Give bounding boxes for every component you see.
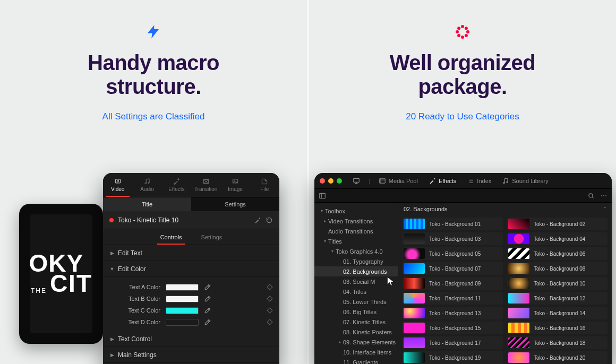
- more-icon[interactable]: [600, 192, 608, 200]
- asset-item[interactable]: Toko - Background 16: [507, 322, 608, 334]
- reset-icon[interactable]: [266, 216, 273, 224]
- tree-cat-6[interactable]: 07. Kinetic Titles: [314, 317, 398, 327]
- tree-label: Toolbox: [325, 208, 345, 214]
- asset-item[interactable]: Toko - Background 07: [403, 262, 503, 275]
- tab-transition[interactable]: Transition: [191, 173, 220, 197]
- chevron-right-icon: ▶: [109, 250, 115, 256]
- subtab-settings[interactable]: Settings: [201, 234, 223, 240]
- keyframe-icon[interactable]: [267, 307, 272, 313]
- keyframe-icon[interactable]: [267, 296, 272, 301]
- tree-toolbox[interactable]: ▾Toolbox: [314, 206, 398, 216]
- asset-item[interactable]: Toko - Background 19: [403, 351, 503, 364]
- eyedropper-icon[interactable]: [204, 295, 211, 302]
- svg-point-23: [605, 195, 606, 196]
- close-dot-icon[interactable]: [320, 178, 325, 184]
- asset-item[interactable]: Toko - Background 09: [403, 277, 503, 290]
- asset-thumbnail: [404, 337, 425, 348]
- asset-item[interactable]: Toko - Background 04: [507, 232, 608, 245]
- asset-name: Toko - Background 20: [534, 355, 585, 361]
- asset-name: Toko - Background 05: [429, 251, 481, 257]
- chevron-right-icon: ▶: [109, 352, 115, 358]
- tree-cat-0[interactable]: 01. Typography: [314, 256, 398, 266]
- asset-item[interactable]: Toko - Background 03: [403, 232, 503, 245]
- keyframe-icon[interactable]: [267, 284, 272, 290]
- eyedropper-icon[interactable]: [204, 318, 211, 326]
- svg-point-10: [466, 30, 469, 33]
- preview-frame: TOKY GO TO THE CIT: [19, 204, 103, 344]
- tab-effects[interactable]: Effects: [162, 173, 191, 197]
- sidebar-toggle-icon[interactable]: [319, 192, 326, 200]
- asset-item[interactable]: Toko - Background 15: [403, 322, 503, 334]
- tab-video[interactable]: Video: [103, 173, 132, 197]
- tree-audio-transitions[interactable]: Audio Transitions: [314, 226, 398, 236]
- seg-effects[interactable]: Effects: [426, 176, 458, 186]
- page-tab-title[interactable]: Title: [103, 197, 191, 211]
- asset-thumbnail: [404, 323, 425, 333]
- color-swatch[interactable]: [166, 284, 199, 291]
- seg-index-label: Index: [477, 178, 491, 184]
- tree-cat-2[interactable]: 03. Social M: [314, 276, 398, 287]
- asset-item[interactable]: Toko - Background 12: [507, 292, 608, 305]
- asset-item[interactable]: Toko - Background 05: [403, 247, 503, 260]
- section-text-control[interactable]: ▶ Text Control: [103, 331, 279, 347]
- asset-item[interactable]: Toko - Background 11: [403, 292, 503, 305]
- tree-cat-1[interactable]: 02. Backgrounds: [314, 266, 398, 276]
- zoom-dot-icon[interactable]: [337, 178, 342, 184]
- asset-item[interactable]: Toko - Background 17: [403, 336, 503, 349]
- section-edit-color[interactable]: ▼ Edit Color: [103, 261, 279, 277]
- color-swatch[interactable]: [166, 307, 199, 314]
- tab-image[interactable]: Image: [220, 173, 250, 197]
- search-icon[interactable]: [587, 192, 595, 200]
- asset-item[interactable]: Toko - Background 13: [403, 307, 503, 319]
- section-edit-text[interactable]: ▶ Edit Text: [103, 245, 279, 261]
- seg-index[interactable]: Index: [465, 176, 493, 186]
- window-controls[interactable]: [320, 178, 342, 184]
- tree-label: 03. Social M: [343, 279, 375, 285]
- asset-item[interactable]: Toko - Background 20: [507, 351, 608, 364]
- subtab-controls[interactable]: Controls: [160, 234, 182, 240]
- tree-cat-10[interactable]: 11. Gradients: [314, 357, 398, 364]
- tree-video-transitions[interactable]: ▸Video Transitions: [314, 216, 398, 226]
- tree-cat-8[interactable]: ▸09. Shape Elements: [314, 337, 398, 347]
- record-dot-icon: [109, 218, 114, 222]
- tab-file[interactable]: File: [250, 173, 279, 197]
- monitor-icon[interactable]: [350, 176, 362, 186]
- asset-item[interactable]: Toko - Background 18: [507, 336, 608, 349]
- asset-thumbnail: [404, 248, 425, 259]
- tree-cat-3[interactable]: 04. Titles: [314, 287, 398, 297]
- chevron-up-icon[interactable]: ˄: [604, 206, 606, 212]
- tree-titles[interactable]: ▾Titles: [314, 236, 398, 246]
- seg-sound-library-label: Sound Library: [512, 178, 549, 184]
- eyedropper-icon[interactable]: [204, 283, 211, 291]
- chevron-right-icon: ▸: [322, 219, 328, 223]
- tree-cat-7[interactable]: 08. Kinetic Posters: [314, 327, 398, 337]
- color-swatch[interactable]: [166, 296, 199, 302]
- asset-item[interactable]: Toko - Background 14: [507, 307, 608, 319]
- asset-item[interactable]: Toko - Background 06: [507, 247, 608, 260]
- page-tab-settings[interactable]: Settings: [191, 197, 279, 211]
- asset-item[interactable]: Toko - Background 01: [403, 218, 503, 230]
- tree-cat-5[interactable]: 06. Big Titles: [314, 307, 398, 317]
- asset-item[interactable]: Toko - Background 08: [507, 262, 608, 275]
- asset-thumbnail: [508, 263, 529, 274]
- asset-item[interactable]: Toko - Background 02: [507, 218, 608, 230]
- color-swatch[interactable]: [166, 319, 199, 326]
- minimize-dot-icon[interactable]: [328, 178, 333, 184]
- seg-sound-library[interactable]: Sound Library: [500, 176, 551, 186]
- asset-item[interactable]: Toko - Background 10: [507, 277, 608, 290]
- keyframe-icon[interactable]: [267, 319, 272, 325]
- asset-name: Toko - Background 12: [534, 296, 585, 301]
- color-row: Text A Color: [110, 281, 272, 293]
- tree-label: 02. Backgrounds: [343, 268, 387, 275]
- tree-pack[interactable]: ▾Toko Graphics 4.0: [314, 246, 398, 256]
- color-label: Text A Color: [110, 284, 166, 290]
- eyedropper-icon[interactable]: [204, 307, 211, 314]
- seg-media-pool[interactable]: Media Pool: [377, 176, 420, 186]
- chevron-right-icon: ▸: [337, 340, 343, 344]
- tree-cat-4[interactable]: 05. Lower Thirds: [314, 297, 398, 307]
- wand-icon[interactable]: [254, 216, 261, 224]
- svg-rect-15: [354, 178, 360, 182]
- tree-cat-9[interactable]: 10. Interface Items: [314, 347, 398, 357]
- section-main-settings[interactable]: ▶ Main Settings: [103, 347, 279, 363]
- tab-audio[interactable]: Audio: [132, 173, 161, 197]
